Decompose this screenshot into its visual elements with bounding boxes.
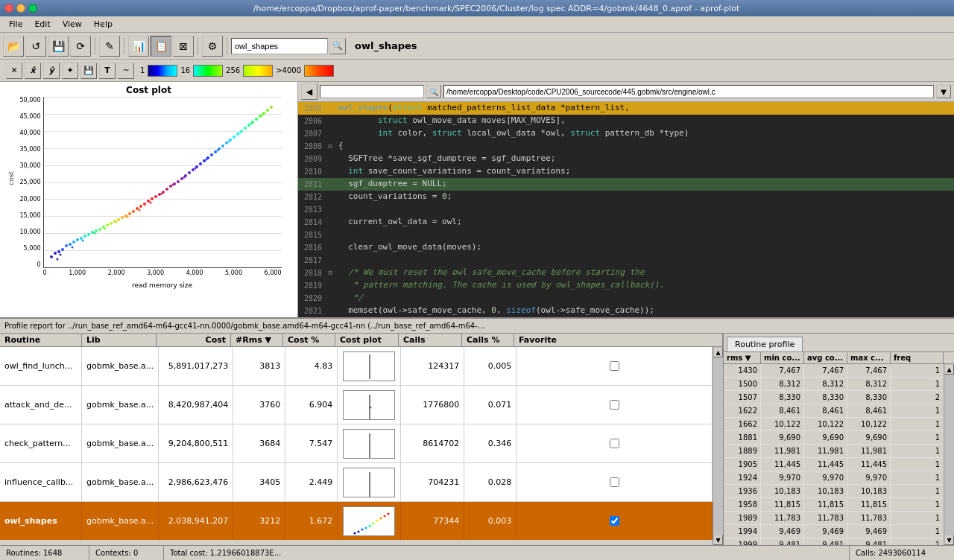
close-button[interactable] <box>4 4 13 13</box>
th-lib[interactable]: Lib <box>82 334 157 346</box>
wave-icon[interactable]: ~ <box>118 63 134 79</box>
fold-icon-2818[interactable]: ⊟ <box>325 267 335 279</box>
favorite-checkbox-4[interactable] <box>610 477 619 487</box>
svg-point-8 <box>80 237 83 240</box>
rp-td-rms: 1430 <box>724 364 761 377</box>
y-tick-20000: 20,000 <box>20 196 41 203</box>
search-button[interactable]: 🔍 <box>329 38 346 54</box>
back-button[interactable]: ◀ <box>301 83 318 100</box>
save-button[interactable]: 💾 <box>48 36 69 57</box>
rp-scroll-down[interactable]: ▼ <box>944 535 954 545</box>
th-calls[interactable]: Calls <box>399 334 462 346</box>
rp-td-min: 9,469 <box>761 525 804 538</box>
rp-table-row: 1924 9,970 9,970 9,970 1 <box>724 471 944 485</box>
table-row[interactable]: owl_find_lunch... gobmk_base.a... 5,891,… <box>0 347 713 386</box>
open-button[interactable]: 📂 <box>3 36 24 57</box>
table-row[interactable]: attack_and_de... gobmk_base.a... 8,420,9… <box>0 386 713 424</box>
td-lib-4: gobmk_base.a... <box>82 463 159 501</box>
rp-th-mincost[interactable]: min co... <box>761 352 804 363</box>
fold-icon-2808[interactable]: ⊟ <box>325 140 335 153</box>
menu-file[interactable]: File <box>3 18 28 31</box>
rp-td-max: 8,461 <box>847 404 891 417</box>
rp-td-avg: 9,690 <box>804 431 847 444</box>
favorite-checkbox-1[interactable] <box>610 361 619 371</box>
rp-td-avg: 7,467 <box>804 364 847 377</box>
minimize-button[interactable] <box>16 4 25 13</box>
code-line-2813: 2813 <box>298 203 954 216</box>
rp-td-rms: 1958 <box>724 498 761 511</box>
svg-point-56 <box>259 115 262 118</box>
code-line-2805: 2805 owl_shapes(struct matched_patterns_… <box>298 102 954 115</box>
save-icon[interactable]: 💾 <box>80 63 97 79</box>
favorite-checkbox-3[interactable] <box>610 439 619 448</box>
svg-point-77 <box>238 132 241 134</box>
table-row[interactable]: check_pattern... gobmk_base.a... 9,204,8… <box>0 424 713 463</box>
rp-td-avg: 9,481 <box>804 538 847 545</box>
rp-td-min: 8,330 <box>761 391 804 404</box>
menu-edit[interactable]: Edit <box>28 18 56 31</box>
td-calls-2: 1776800 <box>401 386 464 424</box>
td-routine-1: owl_find_lunch... <box>0 347 82 385</box>
settings-button[interactable]: ⚙ <box>202 36 223 57</box>
menu-help[interactable]: Help <box>88 18 119 31</box>
table-row-selected[interactable]: owl_shapes gobmk_base.a... 2,038,941,207… <box>0 502 713 541</box>
th-costp[interactable]: Cost % <box>283 334 335 346</box>
rp-th-rms[interactable]: rms ▼ <box>724 352 761 363</box>
rp-th-freq[interactable]: freq <box>891 352 944 363</box>
routine-profile-tab[interactable]: Routine profile <box>727 337 803 351</box>
search-input[interactable] <box>231 38 328 54</box>
scroll-up-button[interactable]: ▲ <box>713 347 723 357</box>
svg-point-62 <box>71 246 73 249</box>
th-cost[interactable]: Cost <box>157 334 231 346</box>
th-rms[interactable]: #Rms ▼ <box>231 334 283 346</box>
cursor-icon[interactable]: ✕ <box>6 63 22 79</box>
source-search-input[interactable] <box>320 85 424 98</box>
source-search-button[interactable]: 🔍 <box>426 85 441 98</box>
chart-button[interactable]: 📊 <box>128 36 149 57</box>
toolbar-separator-1 <box>95 37 95 55</box>
table-rows: owl_find_lunch... gobmk_base.a... 5,891,… <box>0 347 713 545</box>
scroll-down-button[interactable]: ▼ <box>713 535 723 545</box>
rp-scroll-up[interactable]: ▲ <box>944 364 954 375</box>
rp-th-maxcost[interactable]: max c... <box>847 352 891 363</box>
code-content-2813 <box>335 203 954 216</box>
rp-table-row: 1999 9,481 9,481 9,481 1 <box>724 538 944 545</box>
text-icon[interactable]: T <box>99 63 116 79</box>
svg-point-67 <box>126 216 128 218</box>
source-path-input[interactable] <box>443 85 934 98</box>
rp-th-avgcost[interactable]: avg co... <box>804 352 847 363</box>
path-dropdown-button[interactable]: ▼ <box>936 85 951 98</box>
td-fav-5 <box>517 502 713 540</box>
menu-view[interactable]: View <box>57 18 88 31</box>
maximize-button[interactable] <box>28 4 37 13</box>
th-routine[interactable]: Routine <box>0 334 82 346</box>
td-fav-2 <box>517 386 713 424</box>
x-axis-icon[interactable]: x̂ <box>25 63 41 79</box>
rp-td-avg: 8,312 <box>804 378 847 390</box>
th-favorite[interactable]: Favorite <box>514 334 723 346</box>
table-row[interactable]: influence_callb... gobmk_base.a... 2,986… <box>0 463 713 502</box>
th-callsp[interactable]: Calls % <box>462 334 514 346</box>
favorite-checkbox-2[interactable] <box>610 400 619 410</box>
y-tick-15000: 15,000 <box>20 212 41 219</box>
svg-point-37 <box>188 171 191 174</box>
view-button[interactable]: 📋 <box>151 36 171 57</box>
edit-button[interactable]: ✎ <box>99 36 120 57</box>
favorite-checkbox-5[interactable] <box>610 516 619 526</box>
toolbar-separator-3 <box>198 37 198 55</box>
export-button[interactable]: ⊠ <box>173 36 194 57</box>
reload-button[interactable]: ⟳ <box>70 36 91 57</box>
colorscale-segment-1 <box>148 65 177 77</box>
point-icon[interactable]: ✦ <box>62 63 78 79</box>
th-costplot[interactable]: Cost plot <box>335 334 399 346</box>
y-axis-icon[interactable]: ŷ <box>43 63 60 79</box>
refresh-button[interactable]: ↺ <box>25 36 46 57</box>
y-tick-25000: 25,000 <box>20 179 41 185</box>
rp-table-row: 1881 9,690 9,690 9,690 1 <box>724 431 944 445</box>
rp-table-row: 1905 11,445 11,445 11,445 1 <box>724 458 944 471</box>
rp-table-row: 1958 11,815 11,815 11,815 1 <box>724 498 944 512</box>
colorscale-segment-3 <box>243 65 273 77</box>
rp-td-max: 11,445 <box>847 458 891 471</box>
rp-td-avg: 10,183 <box>804 485 847 497</box>
svg-point-70 <box>160 193 162 195</box>
